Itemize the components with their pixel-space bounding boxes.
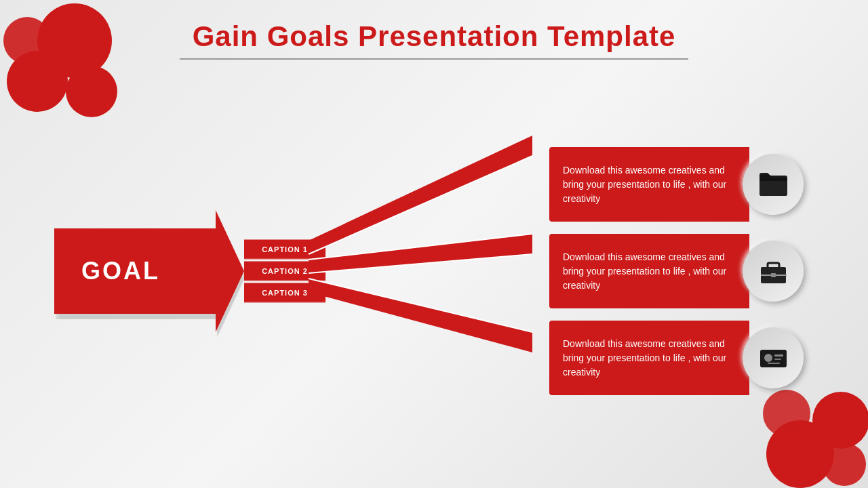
- svg-point-7: [823, 443, 866, 486]
- id-card-icon: [758, 343, 789, 373]
- card-2: Download this awesome creatives and brin…: [549, 234, 807, 308]
- arrow-body: GOAL: [54, 210, 244, 332]
- card-1-text: Download this awesome creatives and brin…: [563, 163, 736, 206]
- card-2-icon-circle: [743, 241, 804, 302]
- card-3-text: Download this awesome creatives and brin…: [563, 337, 736, 380]
- svg-marker-8: [309, 136, 532, 254]
- svg-marker-10: [309, 279, 532, 352]
- svg-rect-26: [768, 363, 780, 364]
- card-1-bg: Download this awesome creatives and brin…: [549, 147, 749, 222]
- page-title: Gain Goals Presentation Template: [0, 20, 868, 53]
- briefcase-icon: [758, 256, 789, 287]
- card-3-bg: Download this awesome creatives and brin…: [549, 321, 749, 395]
- title-divider: [180, 58, 688, 60]
- main-content: GOAL CAPTION 1 CAPTION 2 CAPTION 3 Downl…: [0, 95, 868, 447]
- arrow-container: GOAL: [54, 210, 244, 332]
- folder-icon: [758, 169, 789, 200]
- card-1-icon-circle: [743, 154, 804, 215]
- title-section: Gain Goals Presentation Template: [0, 0, 868, 60]
- card-1: Download this awesome creatives and brin…: [549, 147, 807, 222]
- fan-svg: [309, 136, 532, 407]
- cards-area: Download this awesome creatives and brin…: [549, 147, 807, 395]
- card-3: Download this awesome creatives and brin…: [549, 321, 807, 395]
- svg-line-14: [309, 279, 532, 332]
- goal-label: GOAL: [81, 257, 160, 285]
- svg-rect-24: [774, 354, 783, 357]
- svg-rect-21: [771, 273, 776, 277]
- card-2-bg: Download this awesome creatives and brin…: [549, 234, 749, 308]
- svg-rect-22: [760, 350, 787, 367]
- card-2-text: Download this awesome creatives and brin…: [563, 250, 736, 293]
- svg-point-23: [764, 354, 772, 362]
- card-3-icon-circle: [743, 327, 804, 388]
- svg-rect-25: [774, 359, 781, 360]
